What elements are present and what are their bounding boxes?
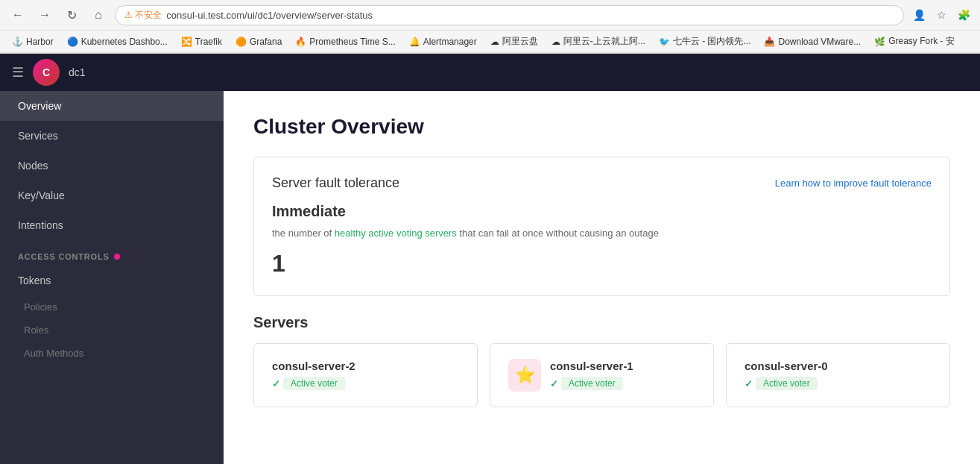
bookmark-qiniu[interactable]: 🐦 七牛云 - 国内领先... bbox=[653, 33, 757, 50]
bookmark-traefik[interactable]: 🔀 Traefik bbox=[175, 34, 228, 49]
card-header: Server fault tolerance Learn how to impr… bbox=[272, 175, 932, 191]
server-2-status: ✓ Active voter bbox=[272, 377, 459, 390]
bookmark-prometheus[interactable]: 🔥 Prometheus Time S... bbox=[289, 34, 401, 49]
fault-desc-post: that can fail at once without causing an… bbox=[457, 228, 659, 239]
sidebar-item-auth-methods[interactable]: Auth Methods bbox=[0, 342, 224, 365]
bookmark-harbor[interactable]: ⚓ Harbor bbox=[6, 34, 60, 49]
server-1-status-badge: Active voter bbox=[561, 377, 623, 390]
harbor-icon: ⚓ bbox=[12, 37, 23, 47]
bookmark-grafana[interactable]: 🟠 Grafana bbox=[230, 34, 288, 49]
datacenter-name: dc1 bbox=[69, 66, 86, 78]
prometheus-label: Prometheus Time S... bbox=[309, 37, 395, 47]
browser-nav-bar: ← → ↻ ⌂ ⚠ 不安全 consul-ui.test.com/ui/dc1/… bbox=[0, 0, 980, 31]
server-0-name: consul-server-0 bbox=[745, 360, 932, 372]
aliyun-label: 阿里云-上云就上阿... bbox=[563, 35, 645, 48]
fault-tolerance-card: Server fault tolerance Learn how to impr… bbox=[253, 157, 950, 296]
greasyfork-icon: 🌿 bbox=[874, 37, 885, 47]
back-button[interactable]: ← bbox=[7, 4, 28, 25]
server-0-info: consul-server-0 ✓ Active voter bbox=[745, 360, 932, 390]
security-warning: ⚠ 不安全 bbox=[124, 9, 162, 22]
sidebar-item-services[interactable]: Services bbox=[0, 121, 224, 151]
server-2-check-icon: ✓ bbox=[272, 378, 280, 389]
server-card-1: ⭐ consul-server-1 ✓ Active voter bbox=[490, 343, 714, 407]
sidebar-item-policies[interactable]: Policies bbox=[0, 295, 224, 319]
sidebar-item-overview[interactable]: Overview bbox=[0, 91, 224, 121]
top-navigation: ☰ C dc1 bbox=[0, 54, 980, 91]
server-1-check-icon: ✓ bbox=[550, 378, 558, 389]
server-0-status-badge: Active voter bbox=[756, 377, 818, 390]
menu-toggle[interactable]: ☰ bbox=[12, 64, 24, 81]
aliyun-icon: ☁ bbox=[551, 37, 560, 47]
server-2-info: consul-server-2 ✓ Active voter bbox=[272, 360, 459, 390]
sidebar-item-intentions[interactable]: Intentions bbox=[0, 210, 224, 240]
profile-icon[interactable]: 👤 bbox=[910, 6, 928, 24]
sidebar-item-roles[interactable]: Roles bbox=[0, 319, 224, 342]
servers-section-title: Servers bbox=[253, 314, 950, 331]
bookmark-greasyfork[interactable]: 🌿 Greasy Fork - 安 bbox=[868, 33, 961, 50]
bookmarks-bar: ⚓ Harbor 🔵 Kubernetes Dashbo... 🔀 Traefi… bbox=[0, 31, 980, 53]
greasyfork-label: Greasy Fork - 安 bbox=[888, 35, 955, 48]
server-2-status-badge: Active voter bbox=[283, 377, 345, 390]
aliyunpan-label: 阿里云盘 bbox=[502, 35, 538, 48]
traefik-label: Traefik bbox=[195, 37, 222, 47]
server-card-2: consul-server-2 ✓ Active voter bbox=[253, 343, 478, 407]
prometheus-icon: 🔥 bbox=[295, 37, 306, 47]
fault-desc-pre: the number of bbox=[272, 228, 335, 239]
servers-grid: consul-server-2 ✓ Active voter ⭐ consul-… bbox=[253, 343, 950, 407]
home-button[interactable]: ⌂ bbox=[88, 4, 109, 25]
server-1-name: consul-server-1 bbox=[550, 360, 695, 372]
bookmark-alertmanager[interactable]: 🔔 Alertmanager bbox=[403, 34, 483, 49]
vmware-icon: 📥 bbox=[764, 37, 775, 47]
alertmanager-label: Alertmanager bbox=[423, 37, 477, 47]
improve-fault-tolerance-link[interactable]: Learn how to improve fault tolerance bbox=[775, 178, 932, 189]
address-bar[interactable]: ⚠ 不安全 consul-ui.test.com/ui/dc1/overview… bbox=[115, 5, 904, 25]
servers-section: Servers consul-server-2 ✓ Active voter ⭐ bbox=[253, 314, 950, 407]
browser-chrome: ← → ↻ ⌂ ⚠ 不安全 consul-ui.test.com/ui/dc1/… bbox=[0, 0, 980, 54]
access-controls-section: ACCESS CONTROLS bbox=[0, 240, 224, 266]
bookmark-download-vmware[interactable]: 📥 Download VMware... bbox=[758, 34, 867, 49]
url-text: consul-ui.test.com/ui/dc1/overview/serve… bbox=[166, 10, 373, 21]
server-1-status: ✓ Active voter bbox=[550, 377, 695, 390]
main-content: Cluster Overview Server fault tolerance … bbox=[224, 91, 980, 464]
k8s-label: Kubernetes Dashbo... bbox=[81, 37, 168, 47]
bookmark-aliyun[interactable]: ☁ 阿里云-上云就上阿... bbox=[546, 33, 651, 50]
extensions-icon[interactable]: 🧩 bbox=[955, 6, 973, 24]
grafana-label: Grafana bbox=[250, 37, 282, 47]
harbor-label: Harbor bbox=[26, 37, 54, 47]
access-controls-badge bbox=[114, 254, 120, 260]
bookmark-aliyunpan[interactable]: ☁ 阿里云盘 bbox=[484, 33, 544, 50]
sidebar-item-nodes[interactable]: Nodes bbox=[0, 151, 224, 181]
access-controls-label: ACCESS CONTROLS bbox=[18, 252, 110, 261]
app-layout: Overview Services Nodes Key/Value Intent… bbox=[0, 91, 980, 464]
server-2-name: consul-server-2 bbox=[272, 360, 459, 372]
bookmark-kubernetes[interactable]: 🔵 Kubernetes Dashbo... bbox=[61, 34, 174, 49]
vmware-label: Download VMware... bbox=[778, 37, 861, 47]
page-title: Cluster Overview bbox=[253, 115, 950, 139]
forward-button[interactable]: → bbox=[34, 4, 55, 25]
sidebar-item-keyvalue[interactable]: Key/Value bbox=[0, 181, 224, 210]
qiniu-icon: 🐦 bbox=[659, 37, 670, 47]
qiniu-label: 七牛云 - 国内领先... bbox=[673, 35, 751, 48]
fault-count: 1 bbox=[272, 250, 932, 278]
server-1-star-icon: ⭐ bbox=[508, 359, 541, 392]
k8s-icon: 🔵 bbox=[67, 37, 78, 47]
server-0-check-icon: ✓ bbox=[745, 378, 753, 389]
sidebar: Overview Services Nodes Key/Value Intent… bbox=[0, 91, 224, 464]
refresh-button[interactable]: ↻ bbox=[61, 4, 82, 25]
bookmark-icon[interactable]: ☆ bbox=[932, 6, 950, 24]
grafana-icon: 🟠 bbox=[235, 37, 247, 47]
server-0-status: ✓ Active voter bbox=[745, 377, 932, 390]
sidebar-item-tokens[interactable]: Tokens bbox=[0, 266, 224, 295]
browser-action-icons: 👤 ☆ 🧩 bbox=[910, 6, 973, 24]
fault-description: the number of healthy active voting serv… bbox=[272, 226, 932, 241]
consul-logo: C bbox=[33, 59, 60, 86]
alertmanager-icon: 🔔 bbox=[409, 37, 420, 47]
server-1-info: consul-server-1 ✓ Active voter bbox=[550, 360, 695, 390]
aliyunpan-icon: ☁ bbox=[490, 37, 499, 47]
fault-status: Immediate bbox=[272, 203, 932, 220]
fault-desc-highlight: healthy active voting servers bbox=[335, 228, 457, 239]
traefik-icon: 🔀 bbox=[181, 37, 192, 47]
server-card-0: consul-server-0 ✓ Active voter bbox=[726, 343, 950, 407]
fault-tolerance-title: Server fault tolerance bbox=[272, 175, 399, 191]
